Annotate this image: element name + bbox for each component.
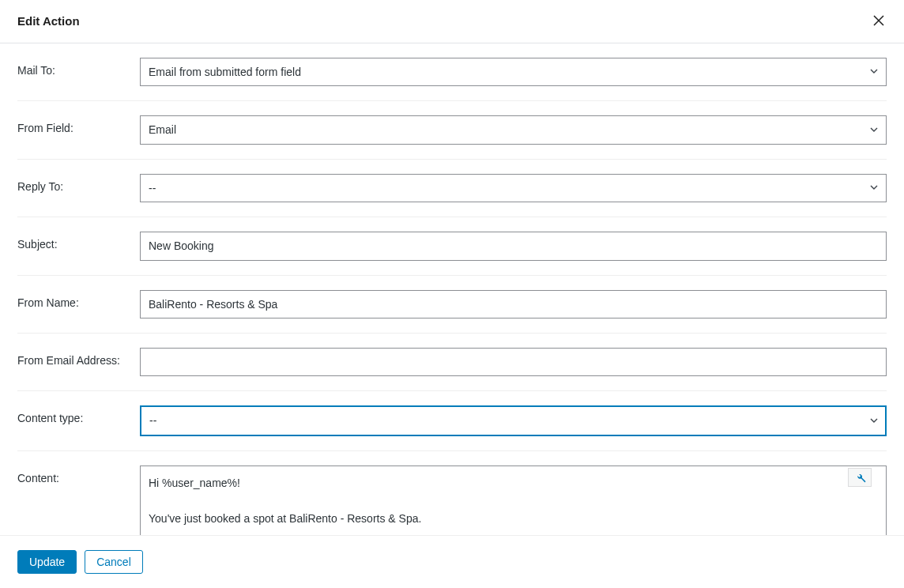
- label-reply-to: Reply To:: [17, 174, 140, 193]
- content-textarea[interactable]: [141, 466, 886, 535]
- from-field-select[interactable]: Email: [140, 115, 887, 144]
- row-from-name: From Name:: [17, 276, 887, 334]
- row-reply-to: Reply To: --: [17, 160, 887, 217]
- label-mail-to: Mail To:: [17, 58, 140, 77]
- from-email-input[interactable]: [140, 348, 887, 376]
- dialog-header: Edit Action: [0, 0, 904, 43]
- from-name-input[interactable]: [140, 290, 887, 318]
- row-from-email: From Email Address:: [17, 334, 887, 391]
- row-subject: Subject:: [17, 217, 887, 275]
- edit-action-dialog: Edit Action Mail To: Email from submitte…: [0, 0, 904, 588]
- label-from-name: From Name:: [17, 290, 140, 309]
- row-mail-to: Mail To: Email from submitted form field: [17, 43, 887, 101]
- dialog-footer: Update Cancel: [0, 535, 904, 588]
- cancel-button[interactable]: Cancel: [85, 550, 143, 574]
- label-from-field: From Field:: [17, 115, 140, 134]
- wrench-icon[interactable]: [848, 468, 872, 487]
- row-content: Content:: [17, 451, 887, 535]
- update-button[interactable]: Update: [17, 550, 77, 574]
- close-icon[interactable]: [871, 13, 887, 28]
- label-content-type: Content type:: [17, 405, 140, 424]
- dialog-title: Edit Action: [17, 14, 80, 28]
- label-subject: Subject:: [17, 232, 140, 251]
- content-type-select[interactable]: --: [140, 405, 887, 435]
- row-from-field: From Field: Email: [17, 101, 887, 159]
- label-content: Content:: [17, 466, 140, 484]
- row-content-type: Content type: --: [17, 391, 887, 450]
- dialog-body: Mail To: Email from submitted form field…: [0, 43, 904, 535]
- subject-input[interactable]: [140, 232, 887, 260]
- reply-to-select[interactable]: --: [140, 174, 887, 202]
- mail-to-select[interactable]: Email from submitted form field: [140, 58, 887, 86]
- label-from-email: From Email Address:: [17, 348, 140, 367]
